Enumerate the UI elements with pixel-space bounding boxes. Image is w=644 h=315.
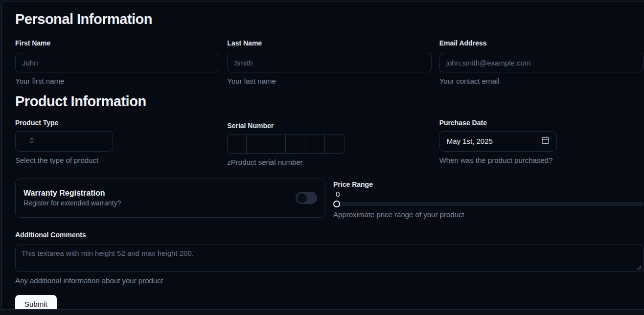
submit-button[interactable]: Submit: [15, 295, 57, 310]
field-product-type: Product Type Select the type of product: [15, 119, 219, 167]
product-fields-row: Product Type Select the type of product …: [15, 119, 644, 167]
warranty-price-row: Warranty Registration Register for exten…: [15, 179, 644, 219]
product-registration-form: Personal Information First Name Your fir…: [1, 1, 644, 310]
price-range-helper: Approximate price range of your product: [333, 210, 644, 219]
calendar-icon: [541, 136, 550, 146]
section-title-product: Product Information: [15, 93, 644, 110]
additional-comments-label: Additional Comments: [15, 231, 644, 239]
purchase-date-helper: When was the product purchased?: [439, 156, 644, 165]
last-name-label: Last Name: [227, 39, 431, 47]
field-additional-comments: Additional Comments Any additional infor…: [15, 231, 644, 285]
warranty-subtitle: Register for extended warranty?: [23, 199, 121, 207]
serial-digit-box[interactable]: [305, 134, 325, 154]
warranty-title: Warranty Registration: [23, 188, 121, 198]
serial-digit-box[interactable]: [286, 134, 305, 154]
additional-comments-helper: Any additional information about your pr…: [15, 276, 644, 285]
warranty-toggle-knob: [297, 193, 307, 203]
last-name-input[interactable]: [227, 53, 431, 72]
purchase-date-label: Purchase Date: [439, 119, 644, 127]
chevrons-up-down-icon: [28, 137, 35, 146]
field-last-name: Last Name Your last name: [227, 39, 431, 86]
price-range-slider-thumb[interactable]: [333, 201, 340, 207]
serial-number-input: [227, 134, 431, 154]
serial-number-label: Serial Number: [227, 122, 431, 130]
section-title-personal: Personal Information: [15, 11, 644, 27]
serial-digit-box[interactable]: [227, 134, 247, 154]
field-purchase-date: Purchase Date May 1st, 2025 When was the…: [439, 119, 644, 167]
serial-digit-box[interactable]: [247, 134, 266, 154]
personal-fields-row: First Name Your first name Last Name You…: [15, 39, 644, 86]
purchase-date-picker[interactable]: May 1st, 2025: [439, 131, 557, 152]
serial-number-helper: zProduct serial number: [227, 158, 431, 167]
field-price-range: Price Range 0 Approximate price range of…: [333, 179, 644, 219]
email-label: Email Address: [439, 39, 644, 47]
serial-digit-box[interactable]: [325, 134, 345, 154]
field-email: Email Address Your contact email: [439, 39, 644, 86]
serial-digit-box[interactable]: [266, 134, 286, 154]
additional-comments-textarea[interactable]: [15, 245, 644, 272]
product-type-label: Product Type: [15, 119, 219, 127]
price-range-slider[interactable]: [333, 202, 644, 206]
first-name-label: First Name: [15, 39, 219, 47]
product-type-select[interactable]: [15, 131, 113, 152]
last-name-helper: Your last name: [227, 77, 431, 86]
warranty-card: Warranty Registration Register for exten…: [15, 179, 325, 218]
first-name-helper: Your first name: [15, 77, 219, 86]
first-name-input[interactable]: [15, 53, 219, 72]
field-first-name: First Name Your first name: [15, 39, 219, 86]
comments-textarea-wrap: [15, 245, 644, 272]
warranty-toggle[interactable]: [296, 192, 317, 204]
product-type-helper: Select the type of product: [15, 156, 219, 165]
price-range-label: Price Range: [333, 180, 644, 189]
purchase-date-value: May 1st, 2025: [447, 137, 493, 145]
price-range-value: 0: [333, 189, 644, 199]
resize-handle-icon[interactable]: [637, 265, 642, 270]
email-input[interactable]: [439, 53, 644, 72]
field-serial-number: Serial Number zProduct serial number: [227, 122, 431, 167]
email-helper: Your contact email: [439, 77, 644, 86]
warranty-text: Warranty Registration Register for exten…: [23, 188, 121, 207]
